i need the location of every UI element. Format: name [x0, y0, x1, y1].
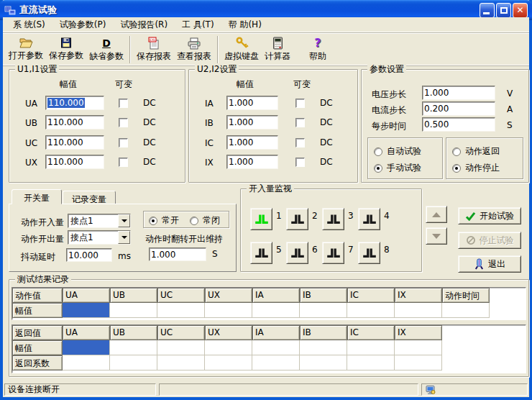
exit-button[interactable]: 退出: [458, 255, 521, 273]
status-bar: 设备连接断开: [3, 382, 529, 397]
ix-amplitude-input[interactable]: 1.000: [226, 155, 278, 169]
virtual-keyboard-button[interactable]: 虚拟键盘: [221, 35, 262, 65]
table-cell[interactable]: [205, 355, 252, 371]
table-cell[interactable]: [395, 303, 442, 318]
table-cell[interactable]: [300, 355, 347, 371]
table-cell[interactable]: [252, 340, 300, 355]
table-cell[interactable]: [395, 340, 442, 355]
default-params-button[interactable]: D 缺省参数: [86, 35, 127, 65]
table-cell[interactable]: [347, 355, 395, 371]
input-value: 1.000: [229, 137, 253, 147]
ux-amplitude-input[interactable]: 110.000: [45, 155, 104, 169]
menu-system[interactable]: 系 统(S): [9, 17, 50, 32]
unit-label: S: [507, 120, 513, 130]
table-cell[interactable]: [157, 303, 205, 318]
contact-number: 3: [348, 211, 354, 221]
table-cell[interactable]: [110, 303, 157, 318]
contact-button-7[interactable]: [322, 242, 344, 264]
start-test-button[interactable]: 开始试验: [458, 207, 521, 224]
action-return-radio[interactable]: 动作返回: [452, 145, 500, 158]
normally-closed-radio[interactable]: 常闭: [190, 214, 220, 227]
ib-amplitude-input[interactable]: 1.000: [226, 115, 278, 129]
ic-amplitude-input[interactable]: 1.000: [226, 135, 278, 150]
contact-button-8[interactable]: [358, 242, 380, 264]
table-cell[interactable]: [205, 340, 252, 355]
minimize-button[interactable]: [480, 3, 495, 18]
ua-dc-checkbox[interactable]: [119, 99, 128, 108]
table-cell[interactable]: [63, 355, 110, 371]
table-cell[interactable]: [395, 355, 442, 371]
dc-label: DC: [320, 98, 333, 108]
debounce-input[interactable]: 10.000: [66, 248, 112, 262]
menu-help[interactable]: 帮 助(H): [224, 17, 266, 32]
table-cell[interactable]: [347, 303, 395, 318]
ib-dc-checkbox[interactable]: [295, 118, 305, 127]
table-cell[interactable]: [300, 303, 347, 318]
uc-amplitude-input[interactable]: 110.000: [45, 135, 104, 150]
calculator-button[interactable]: 计算器: [262, 35, 293, 65]
tab-label: 开关量: [24, 193, 50, 203]
dc-label: DC: [143, 137, 156, 147]
menu-test-report[interactable]: 试验报告(R): [116, 17, 172, 32]
row-header: 返回系数: [12, 355, 63, 371]
contact-button-4[interactable]: [358, 208, 380, 230]
contact-button-2[interactable]: [286, 208, 308, 230]
auto-test-radio[interactable]: 自动试验: [374, 145, 421, 158]
ix-dc-checkbox[interactable]: [295, 158, 305, 167]
flip-hold-input[interactable]: 1.000: [149, 247, 206, 261]
corner-cell: 返回值: [12, 325, 63, 340]
tab-switch[interactable]: 开关量: [12, 189, 62, 204]
menu-test-params[interactable]: 试验参数(P): [55, 17, 111, 32]
action-output-combo[interactable]: 接点1: [68, 230, 131, 245]
ia-amplitude-input[interactable]: 1.000: [226, 96, 278, 110]
save-params-button[interactable]: 保存参数: [46, 35, 86, 65]
ux-dc-checkbox[interactable]: [119, 158, 128, 167]
table-cell[interactable]: [110, 355, 157, 371]
table-cell[interactable]: [252, 303, 300, 318]
open-params-button[interactable]: 打开参数: [6, 35, 46, 65]
step-down-button[interactable]: [426, 227, 447, 245]
table-cell[interactable]: [157, 355, 205, 371]
action-stop-radio[interactable]: 动作停止: [452, 162, 500, 174]
tab-record-vars[interactable]: 记录变量: [63, 191, 116, 204]
step-up-button[interactable]: [426, 206, 447, 223]
ia-dc-checkbox[interactable]: [295, 99, 305, 108]
stop-test-button[interactable]: 停止试验: [458, 232, 521, 249]
voltage-step-input[interactable]: 1.000: [422, 86, 495, 100]
contact-button-6[interactable]: [286, 242, 308, 264]
radio-label: 常闭: [203, 214, 220, 227]
ub-amplitude-input[interactable]: 110.000: [45, 115, 104, 129]
contact-button-1[interactable]: [250, 208, 272, 230]
view-report-button[interactable]: 查看报表: [174, 35, 214, 65]
table-cell-selected[interactable]: [63, 340, 110, 355]
table-cell[interactable]: [252, 355, 300, 371]
table-cell[interactable]: [205, 303, 252, 318]
uc-dc-checkbox[interactable]: [119, 138, 128, 147]
normally-open-radio[interactable]: 常开: [149, 214, 179, 227]
action-input-combo[interactable]: 接点1: [68, 214, 131, 228]
chevron-down-icon[interactable]: [118, 231, 130, 244]
contact-button-5[interactable]: [250, 242, 272, 264]
table-cell[interactable]: [442, 303, 490, 318]
ic-dc-checkbox[interactable]: [295, 138, 305, 147]
close-button[interactable]: ✕: [513, 3, 528, 18]
current-step-input[interactable]: 0.200: [422, 101, 495, 116]
table-cell[interactable]: [157, 340, 205, 355]
chevron-down-icon[interactable]: [118, 214, 130, 227]
table-cell-selected[interactable]: [63, 303, 110, 318]
table-cell[interactable]: [347, 340, 395, 355]
contact-button-3[interactable]: [322, 208, 344, 230]
contact-number: 6: [312, 245, 318, 255]
ub-dc-checkbox[interactable]: [119, 118, 128, 127]
step-time-input[interactable]: 0.500: [422, 117, 495, 132]
menu-tools[interactable]: 工 具(T): [178, 17, 219, 32]
ua-amplitude-input[interactable]: 110.000: [45, 96, 104, 110]
amplitude-header: 幅值: [237, 78, 254, 91]
manual-test-radio[interactable]: 手动试验: [374, 162, 421, 174]
table-cell[interactable]: [300, 340, 347, 355]
maximize-button[interactable]: [496, 3, 511, 18]
toolbar-separator: [129, 36, 131, 63]
table-cell[interactable]: [110, 340, 157, 355]
save-report-button[interactable]: EXL 保存报表: [134, 35, 174, 65]
help-button[interactable]: ? 帮助: [306, 35, 329, 65]
